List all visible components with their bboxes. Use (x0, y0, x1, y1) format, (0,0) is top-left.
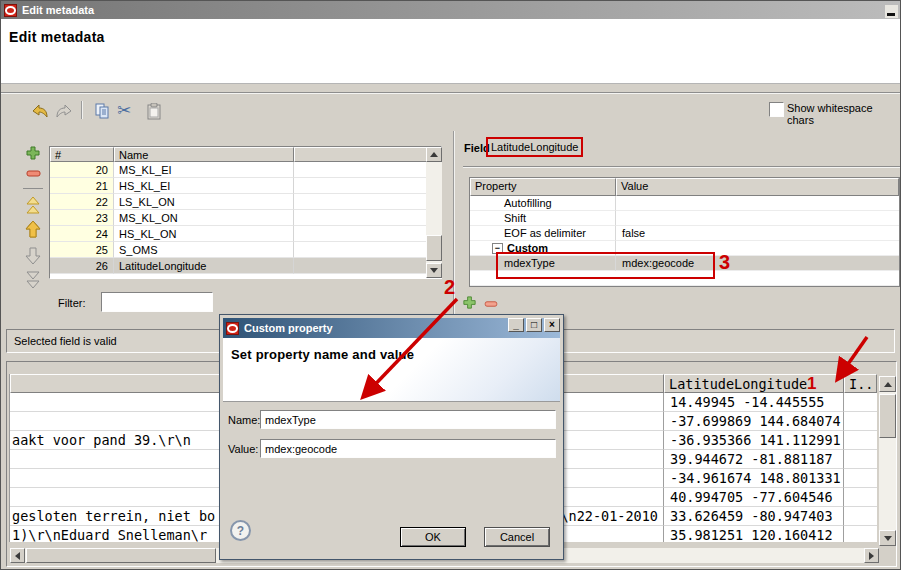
undo-button[interactable] (29, 100, 51, 122)
plus-icon (462, 295, 477, 310)
page-title: Edit metadata (9, 29, 105, 45)
field-value-annotation-box: LatitudeLongitude (486, 137, 583, 157)
preview-vertical-scrollbar[interactable] (879, 376, 896, 546)
property-row[interactable]: Shift (470, 211, 899, 226)
table-row[interactable]: 20 MS_KL_EI (50, 162, 426, 178)
arrow-down-icon (25, 246, 41, 265)
name-label: Name: (228, 414, 260, 426)
minus-icon (484, 300, 498, 308)
scroll-down-button[interactable] (879, 530, 896, 546)
table-row[interactable]: 24 HS_KL_ON (50, 226, 426, 242)
col-header-property[interactable]: Property (470, 178, 616, 196)
double-chevron-up-icon (25, 196, 41, 216)
toolbar-separator (81, 101, 83, 119)
col-header-name[interactable]: Name (114, 147, 294, 162)
cut-button[interactable]: ✂ (113, 99, 135, 121)
redo-button[interactable] (53, 100, 75, 122)
filter-label: Filter: (58, 297, 86, 309)
paste-button[interactable] (143, 100, 165, 122)
annotation-step-3: 3 (719, 251, 730, 274)
dialog-heading: Set property name and value (231, 347, 414, 362)
fields-table: # Name 20 MS_KL_EI 21 HS_KL_EI 22 LS_KL_… (49, 146, 442, 279)
table-row[interactable]: 23 MS_KL_ON (50, 210, 426, 226)
filter-input[interactable] (101, 292, 213, 312)
oracle-app-icon (4, 4, 17, 17)
oracle-app-icon (226, 322, 239, 335)
table-row[interactable]: 22 LS_KL_ON (50, 194, 426, 210)
table-row[interactable]: 21 HS_KL_EI (50, 178, 426, 194)
cut-icon: ✂ (117, 100, 131, 121)
annotation-step-2: 2 (444, 276, 455, 299)
table-row-selected[interactable]: 26 LatitudeLongitude (50, 258, 426, 274)
undo-icon (31, 103, 49, 119)
col-header-extra[interactable] (294, 147, 441, 162)
move-up-button[interactable] (25, 220, 41, 239)
minimize-button[interactable] (885, 5, 898, 18)
paste-icon (147, 103, 162, 120)
edit-metadata-window: Edit metadata Edit metadata ✂ (0, 0, 901, 570)
preview-col-header-latlong[interactable]: LatitudeLongitude (664, 374, 844, 393)
property-row[interactable]: EOF as delimiter false (470, 226, 899, 241)
scroll-up-button[interactable] (879, 376, 896, 392)
header-divider (1, 92, 901, 94)
show-whitespace-checkbox[interactable] (769, 102, 784, 117)
double-chevron-down-icon (25, 270, 41, 290)
move-down-button[interactable] (25, 246, 41, 265)
col-header-value[interactable]: Value (616, 178, 899, 196)
scroll-left-button[interactable] (10, 548, 25, 563)
show-whitespace-label: Show whitespace chars (787, 102, 900, 126)
dialog-maximize-button[interactable]: □ (526, 318, 542, 332)
add-field-button[interactable] (25, 145, 41, 161)
status-text: Selected field is valid (14, 335, 117, 347)
add-property-button[interactable] (462, 295, 477, 312)
window-title: Edit metadata (22, 4, 94, 16)
scrollbar-thumb[interactable] (26, 548, 216, 563)
field-value: LatitudeLongitude (491, 141, 578, 153)
header-area: Edit metadata (1, 19, 901, 84)
scrollbar-thumb[interactable] (426, 235, 442, 261)
dialog-title: Custom property (244, 322, 333, 334)
redo-icon (55, 103, 73, 119)
fields-table-scrollbar[interactable] (426, 147, 442, 278)
fields-table-header: # Name (50, 147, 441, 162)
ok-button[interactable]: OK (400, 527, 466, 547)
property-row[interactable]: Autofilling (470, 196, 899, 211)
col-header-num[interactable]: # (50, 147, 114, 162)
remove-field-button[interactable] (26, 169, 41, 178)
cancel-button[interactable]: Cancel (484, 527, 550, 547)
dialog-minimize-button[interactable]: _ (508, 318, 524, 332)
value-field[interactable] (260, 439, 556, 458)
copy-icon (94, 103, 111, 120)
dialog-close-button[interactable]: × (544, 318, 560, 332)
scroll-right-button[interactable] (864, 548, 879, 563)
custom-property-dialog: Custom property _ □ × Set property name … (219, 314, 564, 560)
arrow-up-icon (25, 220, 41, 239)
scrollbar-thumb[interactable] (879, 394, 896, 438)
window-titlebar[interactable]: Edit metadata (1, 1, 901, 19)
scroll-down-button[interactable] (426, 263, 442, 278)
minus-icon (26, 169, 41, 178)
copy-button[interactable] (91, 100, 113, 122)
plus-icon (25, 145, 41, 161)
value-label: Value: (228, 443, 258, 455)
name-field[interactable] (260, 410, 556, 429)
table-row[interactable]: 25 S_OMS (50, 242, 426, 258)
preview-col-header-i[interactable]: I.. (844, 374, 877, 393)
move-top-button[interactable] (25, 196, 41, 216)
remove-property-button[interactable] (484, 298, 498, 310)
move-bottom-button[interactable] (25, 270, 41, 290)
dialog-banner: Set property name and value (223, 338, 560, 402)
scroll-up-button[interactable] (426, 147, 442, 162)
help-icon[interactable]: ? (230, 520, 251, 541)
field-divider (463, 166, 900, 168)
vtoolbar-separator (23, 188, 43, 189)
annotation-step-1: 1 (807, 374, 816, 394)
mdextype-annotation-box (496, 252, 715, 279)
